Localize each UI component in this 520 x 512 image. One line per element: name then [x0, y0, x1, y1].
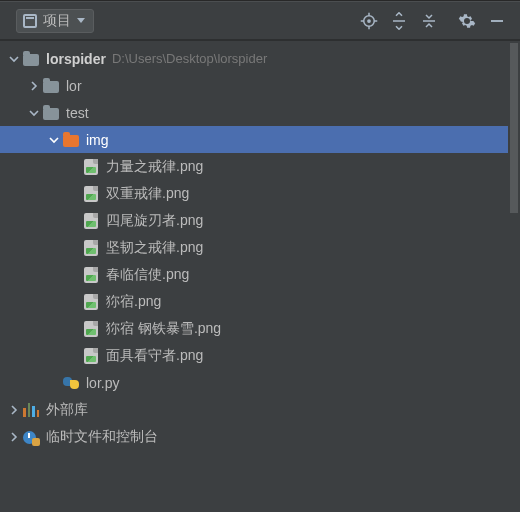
expand-all-icon[interactable] — [384, 6, 414, 36]
image-file-icon — [82, 347, 100, 365]
image-file-icon — [82, 266, 100, 284]
scratches-icon — [22, 428, 40, 446]
file-label: lor.py — [86, 375, 119, 391]
project-tree[interactable]: lorspider D:\Users\Desktop\lorspider lor… — [0, 41, 520, 450]
file-label: 狝宿 钢铁暴雪.png — [106, 320, 221, 338]
tree-file-png[interactable]: 面具看守者.png — [0, 342, 520, 369]
toolbar: 项目 — [0, 1, 520, 41]
tree-external-libs[interactable]: 外部库 — [0, 396, 520, 423]
file-label: 坚韧之戒律.png — [106, 239, 203, 257]
image-file-icon — [82, 293, 100, 311]
folder-icon — [62, 131, 80, 149]
tree-folder-test[interactable]: test — [0, 99, 520, 126]
scrollbar[interactable] — [508, 43, 520, 512]
folder-icon — [22, 50, 40, 68]
scrollbar-thumb[interactable] — [510, 43, 518, 213]
folder-label: lor — [66, 78, 82, 94]
file-label: 双重戒律.png — [106, 185, 189, 203]
python-file-icon — [62, 374, 80, 392]
folder-icon — [42, 77, 60, 95]
locate-icon[interactable] — [354, 6, 384, 36]
ext-libs-label: 外部库 — [46, 401, 88, 419]
tree-folder-img[interactable]: img — [0, 126, 520, 153]
chevron-down-icon[interactable] — [26, 105, 42, 121]
image-file-icon — [82, 185, 100, 203]
tree-scratches[interactable]: 临时文件和控制台 — [0, 423, 520, 450]
chevron-right-icon[interactable] — [6, 429, 22, 445]
tree-file-png[interactable]: 四尾旋刃者.png — [0, 207, 520, 234]
project-selector-button[interactable]: 项目 — [16, 9, 94, 33]
svg-point-1 — [368, 19, 370, 21]
tree-file-png[interactable]: 双重戒律.png — [0, 180, 520, 207]
external-libs-icon — [22, 401, 40, 419]
gear-icon[interactable] — [452, 6, 482, 36]
root-name: lorspider — [46, 51, 106, 67]
file-label: 四尾旋刃者.png — [106, 212, 203, 230]
image-file-icon — [82, 320, 100, 338]
root-path: D:\Users\Desktop\lorspider — [112, 51, 267, 66]
tree-file-png[interactable]: 春临信使.png — [0, 261, 520, 288]
file-label: 春临信使.png — [106, 266, 189, 284]
file-label: 力量之戒律.png — [106, 158, 203, 176]
chevron-right-icon[interactable] — [26, 78, 42, 94]
tree-file-png[interactable]: 坚韧之戒律.png — [0, 234, 520, 261]
chevron-down-icon[interactable] — [46, 132, 62, 148]
collapse-all-icon[interactable] — [414, 6, 444, 36]
folder-label: img — [86, 132, 109, 148]
chevron-down-icon — [77, 18, 85, 23]
tree-file-png[interactable]: 力量之戒律.png — [0, 153, 520, 180]
scratches-label: 临时文件和控制台 — [46, 428, 158, 446]
project-icon — [23, 14, 37, 28]
folder-label: test — [66, 105, 89, 121]
tree-folder-lor[interactable]: lor — [0, 72, 520, 99]
tree-file-png[interactable]: 狝宿.png — [0, 288, 520, 315]
minimize-icon[interactable] — [482, 6, 512, 36]
image-file-icon — [82, 212, 100, 230]
folder-icon — [42, 104, 60, 122]
file-label: 面具看守者.png — [106, 347, 203, 365]
chevron-down-icon[interactable] — [6, 51, 22, 67]
tree-file-png[interactable]: 狝宿 钢铁暴雪.png — [0, 315, 520, 342]
tree-file-py[interactable]: lor.py — [0, 369, 520, 396]
chevron-right-icon[interactable] — [6, 402, 22, 418]
image-file-icon — [82, 239, 100, 257]
file-label: 狝宿.png — [106, 293, 161, 311]
image-file-icon — [82, 158, 100, 176]
tree-root[interactable]: lorspider D:\Users\Desktop\lorspider — [0, 45, 520, 72]
project-label: 项目 — [43, 12, 71, 30]
